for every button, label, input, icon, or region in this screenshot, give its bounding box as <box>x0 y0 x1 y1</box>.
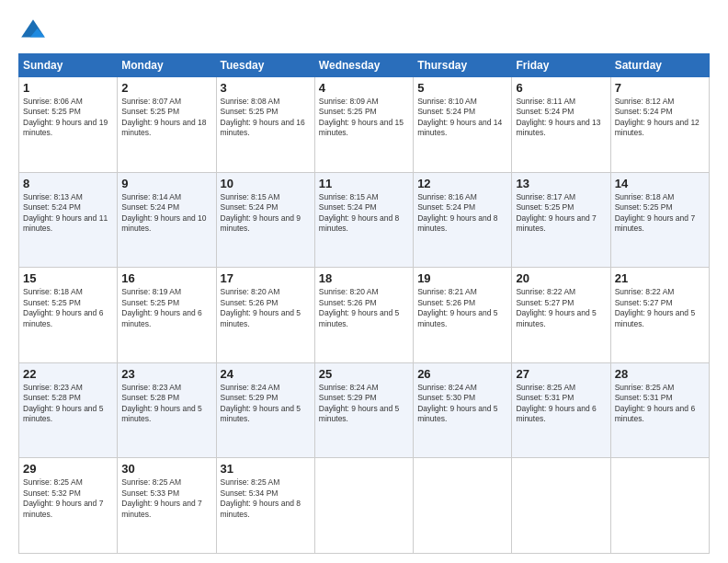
day-number: 11 <box>319 177 409 190</box>
week-row-2: 8 Sunrise: 8:13 AMSunset: 5:24 PMDayligh… <box>19 172 710 268</box>
calendar-cell: 19 Sunrise: 8:21 AMSunset: 5:26 PMDaylig… <box>414 268 512 363</box>
day-info: Sunrise: 8:13 AMSunset: 5:24 PMDaylight:… <box>23 192 113 235</box>
weekday-row: SundayMondayTuesdayWednesdayThursdayFrid… <box>19 54 710 77</box>
day-info: Sunrise: 8:24 AMSunset: 5:29 PMDaylight:… <box>221 383 311 425</box>
week-row-3: 15 Sunrise: 8:18 AMSunset: 5:25 PMDaylig… <box>19 268 710 363</box>
calendar-cell: 14 Sunrise: 8:18 AMSunset: 5:25 PMDaylig… <box>610 172 709 268</box>
day-info: Sunrise: 8:20 AMSunset: 5:26 PMDaylight:… <box>319 287 409 329</box>
calendar-body: 1 Sunrise: 8:06 AMSunset: 5:25 PMDayligh… <box>19 77 710 554</box>
day-number: 12 <box>417 177 507 190</box>
calendar-cell <box>610 458 709 554</box>
day-number: 15 <box>23 271 113 285</box>
day-number: 20 <box>516 271 606 285</box>
week-row-1: 1 Sunrise: 8:06 AMSunset: 5:25 PMDayligh… <box>19 77 710 173</box>
day-number: 25 <box>319 367 409 381</box>
day-number: 27 <box>516 367 606 381</box>
calendar-cell <box>314 458 413 554</box>
day-info: Sunrise: 8:19 AMSunset: 5:25 PMDaylight:… <box>121 287 211 329</box>
calendar-cell: 21 Sunrise: 8:22 AMSunset: 5:27 PMDaylig… <box>610 268 709 363</box>
day-number: 4 <box>319 81 409 95</box>
day-info: Sunrise: 8:07 AMSunset: 5:25 PMDaylight:… <box>121 97 211 139</box>
day-info: Sunrise: 8:15 AMSunset: 5:24 PMDaylight:… <box>319 192 409 235</box>
day-number: 14 <box>615 177 705 190</box>
day-number: 9 <box>121 177 211 190</box>
day-info: Sunrise: 8:22 AMSunset: 5:27 PMDaylight:… <box>516 287 606 329</box>
calendar-table: SundayMondayTuesdayWednesdayThursdayFrid… <box>18 53 710 554</box>
day-info: Sunrise: 8:06 AMSunset: 5:25 PMDaylight:… <box>23 97 113 139</box>
day-info: Sunrise: 8:25 AMSunset: 5:34 PMDaylight:… <box>221 477 311 520</box>
day-info: Sunrise: 8:16 AMSunset: 5:24 PMDaylight:… <box>417 192 507 235</box>
calendar-cell: 22 Sunrise: 8:23 AMSunset: 5:28 PMDaylig… <box>19 362 118 458</box>
day-info: Sunrise: 8:24 AMSunset: 5:29 PMDaylight:… <box>319 383 409 425</box>
day-number: 5 <box>417 81 507 95</box>
day-info: Sunrise: 8:21 AMSunset: 5:26 PMDaylight:… <box>417 287 507 329</box>
day-info: Sunrise: 8:08 AMSunset: 5:25 PMDaylight:… <box>221 97 311 139</box>
day-info: Sunrise: 8:25 AMSunset: 5:32 PMDaylight:… <box>23 477 113 520</box>
day-number: 24 <box>221 367 311 381</box>
weekday-header-sunday: Sunday <box>19 54 118 77</box>
day-info: Sunrise: 8:10 AMSunset: 5:24 PMDaylight:… <box>417 97 507 139</box>
weekday-header-tuesday: Tuesday <box>216 54 314 77</box>
calendar-cell: 18 Sunrise: 8:20 AMSunset: 5:26 PMDaylig… <box>314 268 413 363</box>
calendar-cell: 4 Sunrise: 8:09 AMSunset: 5:25 PMDayligh… <box>314 77 413 173</box>
day-number: 21 <box>615 271 705 285</box>
calendar-cell: 27 Sunrise: 8:25 AMSunset: 5:31 PMDaylig… <box>512 362 610 458</box>
calendar-cell: 7 Sunrise: 8:12 AMSunset: 5:24 PMDayligh… <box>610 77 709 173</box>
day-number: 22 <box>23 367 113 381</box>
calendar-cell: 16 Sunrise: 8:19 AMSunset: 5:25 PMDaylig… <box>118 268 216 363</box>
weekday-header-saturday: Saturday <box>610 54 709 77</box>
day-number: 10 <box>221 177 311 190</box>
calendar-cell: 30 Sunrise: 8:25 AMSunset: 5:33 PMDaylig… <box>118 458 216 554</box>
day-number: 1 <box>23 81 113 95</box>
calendar-cell: 13 Sunrise: 8:17 AMSunset: 5:25 PMDaylig… <box>512 172 610 268</box>
day-info: Sunrise: 8:23 AMSunset: 5:28 PMDaylight:… <box>121 383 211 425</box>
day-number: 30 <box>121 462 211 476</box>
calendar-cell: 8 Sunrise: 8:13 AMSunset: 5:24 PMDayligh… <box>19 172 118 268</box>
calendar-cell: 24 Sunrise: 8:24 AMSunset: 5:29 PMDaylig… <box>216 362 314 458</box>
day-number: 6 <box>516 81 606 95</box>
calendar-cell: 12 Sunrise: 8:16 AMSunset: 5:24 PMDaylig… <box>414 172 512 268</box>
day-info: Sunrise: 8:18 AMSunset: 5:25 PMDaylight:… <box>615 192 705 235</box>
day-info: Sunrise: 8:14 AMSunset: 5:24 PMDaylight:… <box>121 192 211 235</box>
day-number: 26 <box>417 367 507 381</box>
day-number: 3 <box>221 81 311 95</box>
day-number: 28 <box>615 367 705 381</box>
calendar-header: SundayMondayTuesdayWednesdayThursdayFrid… <box>19 54 710 77</box>
day-info: Sunrise: 8:22 AMSunset: 5:27 PMDaylight:… <box>615 287 705 329</box>
calendar-cell <box>414 458 512 554</box>
day-info: Sunrise: 8:15 AMSunset: 5:24 PMDaylight:… <box>221 192 311 235</box>
calendar-cell: 25 Sunrise: 8:24 AMSunset: 5:29 PMDaylig… <box>314 362 413 458</box>
page: SundayMondayTuesdayWednesdayThursdayFrid… <box>0 0 728 563</box>
weekday-header-monday: Monday <box>118 54 216 77</box>
calendar-cell: 28 Sunrise: 8:25 AMSunset: 5:31 PMDaylig… <box>610 362 709 458</box>
day-number: 23 <box>121 367 211 381</box>
calendar-cell: 31 Sunrise: 8:25 AMSunset: 5:34 PMDaylig… <box>216 458 314 554</box>
day-number: 16 <box>121 271 211 285</box>
logo-icon <box>18 17 48 46</box>
header <box>18 17 710 46</box>
logo <box>18 17 53 46</box>
day-number: 8 <box>23 177 113 190</box>
day-number: 13 <box>516 177 606 190</box>
day-info: Sunrise: 8:17 AMSunset: 5:25 PMDaylight:… <box>516 192 606 235</box>
calendar-cell: 9 Sunrise: 8:14 AMSunset: 5:24 PMDayligh… <box>118 172 216 268</box>
day-number: 7 <box>615 81 705 95</box>
week-row-4: 22 Sunrise: 8:23 AMSunset: 5:28 PMDaylig… <box>19 362 710 458</box>
calendar-cell: 15 Sunrise: 8:18 AMSunset: 5:25 PMDaylig… <box>19 268 118 363</box>
calendar-cell: 20 Sunrise: 8:22 AMSunset: 5:27 PMDaylig… <box>512 268 610 363</box>
weekday-header-friday: Friday <box>512 54 610 77</box>
day-info: Sunrise: 8:24 AMSunset: 5:30 PMDaylight:… <box>417 383 507 425</box>
weekday-header-thursday: Thursday <box>414 54 512 77</box>
day-number: 29 <box>23 462 113 476</box>
day-info: Sunrise: 8:11 AMSunset: 5:24 PMDaylight:… <box>516 97 606 139</box>
day-number: 17 <box>221 271 311 285</box>
day-number: 19 <box>417 271 507 285</box>
calendar-cell: 10 Sunrise: 8:15 AMSunset: 5:24 PMDaylig… <box>216 172 314 268</box>
calendar-cell: 2 Sunrise: 8:07 AMSunset: 5:25 PMDayligh… <box>118 77 216 173</box>
calendar-cell: 26 Sunrise: 8:24 AMSunset: 5:30 PMDaylig… <box>414 362 512 458</box>
calendar-cell: 1 Sunrise: 8:06 AMSunset: 5:25 PMDayligh… <box>19 77 118 173</box>
calendar-cell: 23 Sunrise: 8:23 AMSunset: 5:28 PMDaylig… <box>118 362 216 458</box>
day-info: Sunrise: 8:25 AMSunset: 5:31 PMDaylight:… <box>615 383 705 425</box>
day-number: 2 <box>121 81 211 95</box>
day-info: Sunrise: 8:20 AMSunset: 5:26 PMDaylight:… <box>221 287 311 329</box>
